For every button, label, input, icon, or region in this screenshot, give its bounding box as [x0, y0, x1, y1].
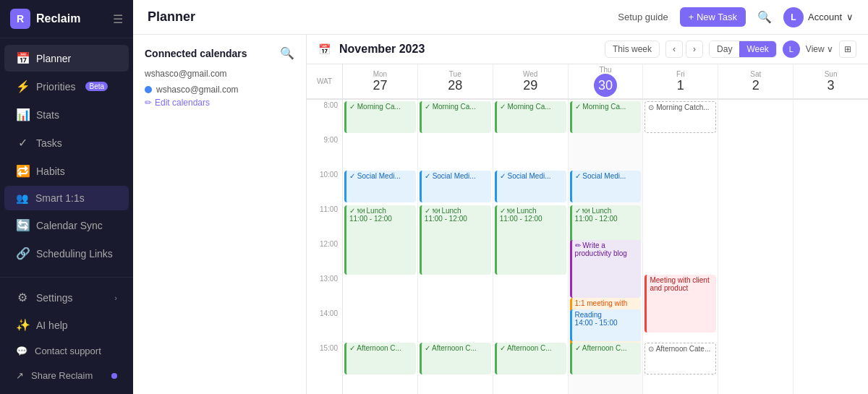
- sidebar-item-label: Tasks: [36, 137, 62, 149]
- time-label-1400: 14:00: [307, 308, 342, 343]
- edit-calendars-link[interactable]: ✏ Edit calendars: [145, 98, 294, 108]
- sidebar-bottom: ⚙ Settings › ✨ AI help 💬 Contact support…: [0, 277, 133, 394]
- sidebar-item-label: Priorities: [36, 81, 75, 93]
- event-lunch-mon[interactable]: ✓ 🍽 Lunch11:00 - 12:00: [344, 205, 416, 275]
- sidebar-item-tasks[interactable]: ✓ Tasks: [4, 129, 129, 156]
- days-header-row: WAT Mon 27 Tue 28 Wed 29: [307, 64, 868, 100]
- sidebar-item-label: Stats: [36, 109, 59, 121]
- day-header-wed: Wed 29: [493, 64, 569, 99]
- event-reading-thu[interactable]: Reading14:00 - 15:00: [570, 309, 642, 341]
- new-task-button[interactable]: + New Task: [680, 7, 746, 27]
- event-write-blog-thu[interactable]: ✏ Write a productivity blog: [570, 240, 642, 298]
- sidebar-item-label: Share Reclaim: [31, 370, 93, 381]
- secondary-calendar-item: wshasco@gmail.com: [145, 85, 294, 95]
- time-label-800: 8:00: [307, 100, 342, 134]
- sidebar-item-contact-support[interactable]: 💬 Contact support: [4, 339, 129, 363]
- event-afternoon-fri[interactable]: ⊙ Afternoon Cate...: [644, 343, 716, 374]
- event-lunch-wed[interactable]: ✓ 🍽 Lunch11:00 - 12:00: [495, 205, 566, 275]
- stats-icon: 📊: [16, 108, 29, 121]
- sidebar-item-label: Smart 1:1s: [35, 192, 85, 204]
- event-social-media-wed[interactable]: ✓ Social Medi...: [495, 171, 566, 202]
- day-col-sat: [718, 100, 793, 394]
- sidebar-item-priorities[interactable]: ⚡ Priorities Beta: [4, 73, 129, 100]
- view-user-avatar: L: [783, 40, 800, 58]
- month-year-label: November 2023: [339, 43, 425, 56]
- event-morning-catchup-mon[interactable]: ✓ Morning Ca...: [344, 101, 416, 133]
- priorities-icon: ⚡: [16, 80, 29, 93]
- day-col-fri: ⊙ Morning Catch... Meeting with client a…: [643, 100, 718, 394]
- calendar-header-bar: 📅 November 2023 This week ‹ › Day Week L…: [307, 35, 868, 64]
- event-morning-catchup-tue[interactable]: ✓ Morning Ca...: [420, 101, 491, 133]
- scheduling-links-icon: 🔗: [16, 247, 29, 260]
- day-body-sun: [793, 100, 868, 377]
- sidebar-item-smart-1on1s[interactable]: 👥 Smart 1:1s: [4, 186, 129, 210]
- day-body-wed: ✓ Morning Ca... ✓ Social Medi... ✓ 🍽 Lun…: [493, 100, 568, 377]
- beta-badge: Beta: [85, 82, 108, 91]
- sidebar-item-share-reclaim[interactable]: ↗ Share Reclaim: [4, 364, 129, 387]
- edit-icon: ✏: [145, 98, 152, 108]
- calendar-controls: This week ‹ › Day Week L View ∨ ⊞: [605, 40, 856, 58]
- main-area: Planner Setup guide + New Task 🔍 L Accou…: [133, 0, 868, 394]
- topbar: Planner Setup guide + New Task 🔍 L Accou…: [133, 0, 868, 35]
- event-morning-catchup-thu[interactable]: ✓ Morning Ca...: [570, 101, 642, 133]
- event-morning-catchup-fri[interactable]: ⊙ Morning Catch...: [644, 101, 716, 133]
- grid-body: 8:00 9:00 10:00 11:00 12:00 13:00 14:00 …: [307, 100, 868, 394]
- event-afternoon-thu[interactable]: ✓ Afternoon C...: [570, 343, 642, 374]
- calendar-icon: 📅: [318, 43, 331, 55]
- panel-header: Connected calendars 🔍: [145, 46, 294, 60]
- event-afternoon-mon[interactable]: ✓ Afternoon C...: [344, 343, 416, 374]
- sidebar-item-label: Calendar Sync: [36, 220, 103, 231]
- search-icon[interactable]: 🔍: [757, 10, 772, 24]
- left-panel: Connected calendars 🔍 wshasco@gmail.com …: [133, 35, 307, 394]
- panel-search-icon[interactable]: 🔍: [280, 46, 294, 60]
- sidebar-item-ai-help[interactable]: ✨ AI help: [4, 312, 129, 338]
- sidebar-item-label: Planner: [36, 53, 71, 64]
- sidebar-item-planner[interactable]: 📅 Planner: [4, 45, 129, 72]
- next-week-button[interactable]: ›: [686, 40, 703, 58]
- day-col-sun: [793, 100, 868, 394]
- sidebar: R Reclaim ☰ 📅 Planner ⚡ Priorities Beta …: [0, 0, 133, 394]
- smart-1on1s-icon: 👥: [16, 192, 28, 204]
- day-body-thu: ✓ Morning Ca... ✓ Social Medi... ✓ 🍽 Lun…: [569, 100, 643, 377]
- event-afternoon-wed[interactable]: ✓ Afternoon C...: [495, 343, 566, 374]
- event-social-media-mon[interactable]: ✓ Social Medi...: [344, 171, 416, 202]
- time-label-1500: 15:00: [307, 343, 342, 377]
- sidebar-item-calendar-sync[interactable]: 🔄 Calendar Sync: [4, 212, 129, 239]
- account-button[interactable]: L Account ∨: [783, 7, 854, 27]
- sidebar-item-stats[interactable]: 📊 Stats: [4, 101, 129, 128]
- sidebar-toggle-icon[interactable]: ☰: [113, 12, 123, 26]
- sidebar-item-settings[interactable]: ⚙ Settings ›: [4, 284, 129, 311]
- planner-icon: 📅: [16, 51, 29, 65]
- event-morning-catchup-wed[interactable]: ✓ Morning Ca...: [495, 101, 566, 133]
- day-col-tue: ✓ Morning Ca... ✓ Social Medi... ✓ 🍽 Lun…: [418, 100, 493, 394]
- app-logo: R: [10, 9, 30, 29]
- event-afternoon-tue[interactable]: ✓ Afternoon C...: [420, 343, 491, 374]
- sidebar-item-label: Contact support: [35, 346, 101, 356]
- setup-guide-link[interactable]: Setup guide: [618, 12, 668, 22]
- sidebar-item-habits[interactable]: 🔁 Habits: [4, 158, 129, 184]
- app-title: Reclaim: [36, 12, 80, 25]
- calendar-sync-icon: 🔄: [16, 218, 29, 232]
- day-header-sun: Sun 3: [793, 64, 868, 99]
- this-week-button[interactable]: This week: [605, 40, 660, 58]
- view-label: View ∨: [806, 44, 833, 54]
- event-social-media-thu[interactable]: ✓ Social Medi...: [570, 171, 642, 202]
- day-view-button[interactable]: Day: [710, 41, 739, 57]
- primary-email: wshasco@gmail.com: [145, 69, 294, 79]
- day-header-tue: Tue 28: [418, 64, 493, 99]
- grid-view-button[interactable]: ⊞: [839, 40, 856, 58]
- event-meeting-client-fri[interactable]: Meeting with client and product: [644, 275, 716, 333]
- habits-icon: 🔁: [16, 164, 29, 178]
- prev-week-button[interactable]: ‹: [665, 40, 683, 58]
- days-grid: ✓ Morning Ca... ✓ Social Medi... ✓ 🍽 Lun…: [343, 100, 868, 394]
- day-header-mon: Mon 27: [343, 64, 418, 99]
- share-notification-dot: [111, 373, 117, 379]
- sidebar-item-scheduling-links[interactable]: 🔗 Scheduling Links: [4, 240, 129, 267]
- event-social-media-tue[interactable]: ✓ Social Medi...: [420, 171, 491, 202]
- event-lunch-tue[interactable]: ✓ 🍽 Lunch11:00 - 12:00: [420, 205, 491, 275]
- sidebar-header: R Reclaim ☰: [0, 0, 133, 38]
- wat-label: WAT: [307, 64, 343, 99]
- sidebar-item-label: Scheduling Links: [36, 248, 113, 260]
- panel-title: Connected calendars: [145, 48, 247, 59]
- week-view-button[interactable]: Week: [739, 41, 775, 57]
